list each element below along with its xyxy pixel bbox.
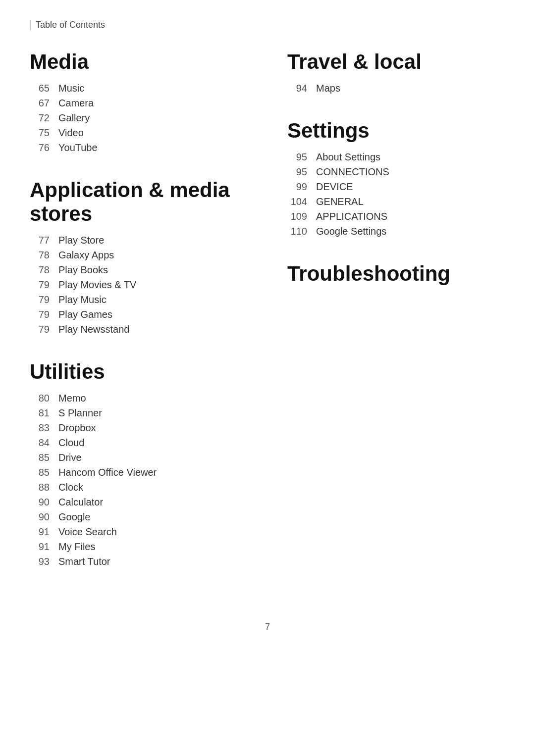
list-item: 94 Maps <box>287 83 505 94</box>
page-num: 94 <box>287 83 307 94</box>
page-num: 84 <box>30 437 50 449</box>
item-label: My Files <box>58 541 95 553</box>
header-label: Table of Contents <box>36 20 105 30</box>
item-label: Google <box>58 511 91 523</box>
item-label: GENERAL <box>316 196 364 207</box>
section-title-media: Media <box>30 50 248 74</box>
list-item: 76 YouTube <box>30 142 248 153</box>
page-num: 95 <box>287 166 307 178</box>
page-num: 79 <box>30 324 50 335</box>
list-item: 104 GENERAL <box>287 196 505 207</box>
toc-list-app-stores: 77 Play Store 78 Galaxy Apps 78 Play Boo… <box>30 235 248 335</box>
list-item: 84 Cloud <box>30 437 248 449</box>
page-num: 93 <box>30 556 50 567</box>
page-num: 72 <box>30 112 50 124</box>
item-label: Play Movies & TV <box>58 279 136 291</box>
item-label: Google Settings <box>316 226 386 237</box>
section-title-settings: Settings <box>287 119 505 143</box>
page-num: 79 <box>30 309 50 320</box>
item-label: Voice Search <box>58 526 117 538</box>
list-item: 95 About Settings <box>287 151 505 163</box>
list-item: 79 Play Movies & TV <box>30 279 248 291</box>
page-num: 110 <box>287 226 307 237</box>
list-item: 91 Voice Search <box>30 526 248 538</box>
page-num: 90 <box>30 511 50 523</box>
page-num: 78 <box>30 250 50 261</box>
toc-list-travel-local: 94 Maps <box>287 83 505 94</box>
section-settings: Settings 95 About Settings 95 CONNECTION… <box>287 119 505 237</box>
item-label: Clock <box>58 482 83 493</box>
page-num: 91 <box>30 541 50 553</box>
item-label: Play Books <box>58 264 108 276</box>
item-label: CONNECTIONS <box>316 166 389 178</box>
section-title-app-stores: Application & media stores <box>30 178 248 226</box>
table-of-contents-label: Table of Contents <box>30 20 505 30</box>
list-item: 91 My Files <box>30 541 248 553</box>
section-media: Media 65 Music 67 Camera 72 Gallery <box>30 50 248 153</box>
page-num: 79 <box>30 279 50 291</box>
list-item: 80 Memo <box>30 393 248 404</box>
left-column: Media 65 Music 67 Camera 72 Gallery <box>30 50 268 592</box>
section-troubleshooting: Troubleshooting <box>287 262 505 286</box>
list-item: 110 Google Settings <box>287 226 505 237</box>
list-item: 67 Camera <box>30 98 248 109</box>
list-item: 72 Gallery <box>30 112 248 124</box>
page-num: 80 <box>30 393 50 404</box>
item-label: Drive <box>58 452 82 463</box>
page-num: 99 <box>287 181 307 193</box>
item-label: APPLICATIONS <box>316 211 387 222</box>
item-label: Play Newsstand <box>58 324 129 335</box>
page-num: 83 <box>30 422 50 434</box>
list-item: 75 Video <box>30 127 248 139</box>
list-item: 109 APPLICATIONS <box>287 211 505 222</box>
section-title-travel-local: Travel & local <box>287 50 505 74</box>
item-label: Play Store <box>58 235 104 246</box>
page-num: 78 <box>30 264 50 276</box>
page-num: 81 <box>30 407 50 419</box>
page-num: 85 <box>30 467 50 478</box>
item-label: DEVICE <box>316 181 353 193</box>
page-num: 85 <box>30 452 50 463</box>
toc-list-settings: 95 About Settings 95 CONNECTIONS 99 DEVI… <box>287 151 505 237</box>
section-title-troubleshooting: Troubleshooting <box>287 262 505 286</box>
list-item: 85 Hancom Office Viewer <box>30 467 248 478</box>
page-num: 91 <box>30 526 50 538</box>
list-item: 79 Play Music <box>30 294 248 305</box>
list-item: 65 Music <box>30 83 248 94</box>
list-item: 79 Play Games <box>30 309 248 320</box>
item-label: Music <box>58 83 84 94</box>
item-label: Galaxy Apps <box>58 250 114 261</box>
list-item: 85 Drive <box>30 452 248 463</box>
list-item: 88 Clock <box>30 482 248 493</box>
page-num: 76 <box>30 142 50 153</box>
right-column: Travel & local 94 Maps Settings 95 About… <box>268 50 505 592</box>
item-label: S Planner <box>58 407 102 419</box>
page-num: 77 <box>30 235 50 246</box>
section-app-stores: Application & media stores 77 Play Store… <box>30 178 248 335</box>
list-item: 90 Calculator <box>30 497 248 508</box>
item-label: Play Games <box>58 309 112 320</box>
two-col-layout: Media 65 Music 67 Camera 72 Gallery <box>30 50 505 592</box>
item-label: Maps <box>316 83 340 94</box>
list-item: 79 Play Newsstand <box>30 324 248 335</box>
item-label: Cloud <box>58 437 84 449</box>
list-item: 81 S Planner <box>30 407 248 419</box>
toc-list-media: 65 Music 67 Camera 72 Gallery 75 Video <box>30 83 248 153</box>
list-item: 93 Smart Tutor <box>30 556 248 567</box>
item-label: Gallery <box>58 112 90 124</box>
item-label: About Settings <box>316 151 380 163</box>
section-title-utilities: Utilities <box>30 360 248 384</box>
item-label: Dropbox <box>58 422 96 434</box>
list-item: 78 Galaxy Apps <box>30 250 248 261</box>
page-num: 67 <box>30 98 50 109</box>
item-label: Smart Tutor <box>58 556 110 567</box>
page-num: 79 <box>30 294 50 305</box>
item-label: Memo <box>58 393 86 404</box>
list-item: 99 DEVICE <box>287 181 505 193</box>
list-item: 90 Google <box>30 511 248 523</box>
item-label: Hancom Office Viewer <box>58 467 157 478</box>
list-item: 78 Play Books <box>30 264 248 276</box>
page-num: 95 <box>287 151 307 163</box>
section-utilities: Utilities 80 Memo 81 S Planner 83 Dropbo… <box>30 360 248 567</box>
page-num: 65 <box>30 83 50 94</box>
